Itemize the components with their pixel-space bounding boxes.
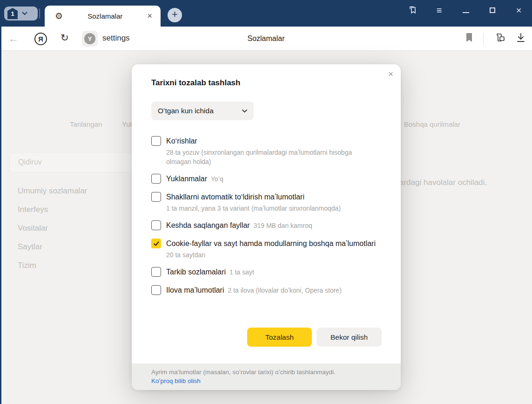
checkbox-checked[interactable] bbox=[151, 239, 161, 248]
checkbox-subtext: 20 ta saytdan bbox=[166, 250, 371, 260]
tab-close-icon[interactable]: × bbox=[147, 11, 152, 21]
cancel-button[interactable]: Bekor qilish bbox=[317, 328, 382, 347]
dialog-item-6[interactable]: Ilova maʼlumotlari2 ta ilova (Ilovalar d… bbox=[151, 285, 381, 296]
new-tab-button[interactable]: + bbox=[168, 8, 182, 22]
dialog-close-icon[interactable]: × bbox=[388, 69, 393, 79]
search-placeholder: Qidiruv bbox=[18, 158, 42, 166]
checkbox-label: Yuklanmalar bbox=[166, 175, 207, 183]
checkbox-meta: 2 ta ilova (Ilovalar doʻkoni, Opera stor… bbox=[228, 287, 341, 294]
clear-button[interactable]: Tozalash bbox=[247, 328, 312, 347]
window-controls: ≡ × bbox=[399, 0, 532, 21]
sidebar-item-vositalar[interactable]: Vositalar bbox=[18, 224, 87, 235]
settings-sidebar: Umumiy sozlamalar Interfeys Vositalar Sa… bbox=[18, 186, 87, 272]
checkbox-label: Tarkib sozlamalari bbox=[166, 268, 226, 276]
dialog-item-4[interactable]: Cookie-fayllar va sayt hamda modullarnin… bbox=[151, 238, 381, 260]
tab-title: Sozlamalar bbox=[63, 12, 147, 20]
sidebar-item-tizim[interactable]: Tizim bbox=[18, 261, 87, 272]
checkbox-unchecked[interactable] bbox=[151, 192, 161, 202]
checkbox-label: Shakllarni avtomatik toʻldirish maʼlumot… bbox=[166, 193, 304, 201]
dialog-item-0[interactable]: Koʻrishlar28 ta yozuv (sinxronlangan qur… bbox=[151, 136, 381, 166]
tab-tanlangan[interactable]: Tanlangan bbox=[70, 120, 102, 128]
tab-sozlamalar[interactable]: ⚙ Sozlamalar × bbox=[45, 6, 161, 27]
dialog-title: Tarixni tozalab tashlash bbox=[151, 78, 381, 88]
browser-tab-bar: 1 ⚙ Sozlamalar × + ≡ × bbox=[0, 0, 532, 27]
gear-icon: ⚙ bbox=[55, 11, 63, 21]
minimize-icon[interactable] bbox=[452, 0, 479, 21]
bookmark-icon[interactable] bbox=[465, 33, 473, 44]
maximize-icon[interactable] bbox=[479, 0, 505, 21]
checkbox-unchecked[interactable] bbox=[151, 285, 161, 295]
learn-more-link[interactable]: Koʻproq bilib olish bbox=[151, 377, 381, 386]
checkbox-unchecked[interactable] bbox=[151, 267, 161, 277]
toolbar-right-icons bbox=[465, 27, 525, 51]
menu-icon[interactable]: ≡ bbox=[426, 0, 452, 21]
panels-icon[interactable] bbox=[399, 0, 426, 21]
dialog-item-1[interactable]: YuklanmalarYoʻq bbox=[151, 173, 381, 185]
sidebar-item-interfeys[interactable]: Interfeys bbox=[18, 205, 87, 216]
checkbox-unchecked[interactable] bbox=[151, 220, 161, 230]
dialog-item-3[interactable]: Keshda saqlangan fayllar319 MB dan kamro… bbox=[151, 220, 381, 231]
dialog-item-5[interactable]: Tarkib sozlamalari1 ta sayt bbox=[151, 267, 381, 278]
checkbox-unchecked[interactable] bbox=[151, 174, 161, 184]
address-toolbar: ← Я ↻ Y settings Sozlamalar bbox=[0, 27, 532, 51]
dialog-item-2[interactable]: Shakllarni avtomatik toʻldirish maʼlumot… bbox=[151, 192, 381, 213]
download-icon[interactable] bbox=[516, 33, 525, 45]
checkbox-subtext: 28 ta yozuv (sinxronlangan qurilmalardag… bbox=[166, 148, 371, 166]
time-range-value: Oʻtgan kun ichida bbox=[158, 107, 214, 115]
collections-icon[interactable] bbox=[494, 32, 506, 45]
dialog-footer: Ayrim maʼlumotlar (masalan, soʻrovlar ta… bbox=[132, 363, 401, 390]
checkbox-subtext: 1 ta manzil, yana 3 ta variant (maʼlumot… bbox=[166, 204, 371, 213]
window-left-edge bbox=[0, 27, 1, 404]
checkbox-label: Cookie-fayllar va sayt hamda modullarnin… bbox=[166, 240, 376, 247]
sidebar-item-umumiy-sozlamalar[interactable]: Umumiy sozlamalar bbox=[18, 186, 87, 198]
clear-history-dialog: × Tarixni tozalab tashlash Oʻtgan kun ic… bbox=[132, 64, 401, 390]
chevron-down-icon[interactable] bbox=[22, 12, 27, 15]
tab-group-control[interactable]: 1 bbox=[4, 7, 38, 21]
checkbox-label: Ilova maʼlumotlari bbox=[166, 286, 224, 294]
tab-boshqa-qurilmalar[interactable]: Boshqa qurilmalar bbox=[404, 120, 460, 128]
window-close-icon[interactable]: × bbox=[505, 0, 532, 21]
dialog-actions: Tozalash Bekor qilish bbox=[247, 328, 382, 347]
sidebar-item-saytlar[interactable]: Saytlar bbox=[18, 242, 87, 253]
dialog-footer-note: Ayrim maʼlumotlar (masalan, soʻrovlar ta… bbox=[151, 368, 381, 377]
page-title: Sozlamalar bbox=[0, 34, 532, 43]
time-range-select[interactable]: Oʻtgan kun ichida bbox=[151, 102, 254, 120]
checkbox-meta: 319 MB dan kamroq bbox=[254, 222, 312, 229]
settings-partial-text: ardagi havolalar ochiladi. bbox=[399, 178, 487, 187]
tab-group-badge: 1 bbox=[7, 8, 18, 19]
dialog-checkbox-list: Koʻrishlar28 ta yozuv (sinxronlangan qur… bbox=[151, 136, 381, 296]
checkbox-unchecked[interactable] bbox=[151, 136, 161, 146]
checkbox-meta: 1 ta sayt bbox=[229, 268, 254, 276]
checkbox-meta: Yoʻq bbox=[211, 175, 223, 183]
checkbox-label: Koʻrishlar bbox=[166, 137, 197, 145]
tabbar-separator bbox=[39, 8, 40, 19]
checkbox-label: Keshda saqlangan fayllar bbox=[166, 221, 250, 229]
toolbar-divider bbox=[483, 33, 484, 44]
chevron-down-icon bbox=[242, 110, 247, 113]
